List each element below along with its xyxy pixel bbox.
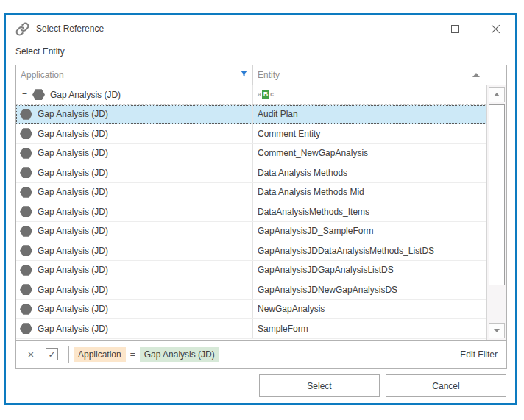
sort-ascending-icon xyxy=(472,73,480,77)
table-row[interactable]: Gap Analysis (JD) GapAnalysisJD_SampleFo… xyxy=(16,222,486,242)
auto-filter-application-value: Gap Analysis (JD) xyxy=(50,90,121,100)
scrollbar-down-button[interactable] xyxy=(489,323,505,338)
select-button[interactable]: Select xyxy=(259,374,380,397)
entity-cell[interactable]: GapAnalysisJDNewGapAnalysisDS xyxy=(253,280,486,299)
table-row[interactable]: Gap Analysis (JD) Comment Entity xyxy=(16,124,486,144)
entity-cell[interactable]: DataAnalysisMethods_Items xyxy=(253,202,486,221)
auto-filter-row[interactable]: = Gap Analysis (JD) a B c xyxy=(16,85,486,105)
application-value: Gap Analysis (JD) xyxy=(38,187,108,197)
entity-cell[interactable]: Comment Entity xyxy=(253,124,486,143)
entity-cell[interactable]: GapAnalysisJD_SampleForm xyxy=(253,222,486,241)
table-row[interactable]: Gap Analysis (JD) Audit Plan xyxy=(16,105,486,125)
application-cell[interactable]: Gap Analysis (JD) xyxy=(16,183,253,202)
vertical-scrollbar[interactable] xyxy=(486,85,506,340)
entity-value: GapAnalysisJDDataAnalysisMethods_ListDS xyxy=(258,246,434,256)
filter-bracket-right xyxy=(221,346,224,363)
entity-cell[interactable]: GapAnalysisJDDataAnalysisMethods_ListDS xyxy=(253,241,486,260)
application-value: Gap Analysis (JD) xyxy=(38,226,108,236)
application-hexagon-icon xyxy=(32,89,45,100)
filter-enabled-checkbox[interactable]: ✓ xyxy=(46,348,58,360)
application-cell[interactable]: Gap Analysis (JD) xyxy=(16,280,253,299)
application-cell[interactable]: Gap Analysis (JD) xyxy=(16,124,253,143)
close-button[interactable] xyxy=(489,22,502,35)
filter-value-chip[interactable]: Gap Analysis (JD) xyxy=(140,347,219,362)
application-hexagon-icon xyxy=(20,109,32,120)
application-hexagon-icon xyxy=(20,284,32,295)
application-hexagon-icon xyxy=(20,206,32,217)
remove-filter-button[interactable]: × xyxy=(25,348,37,360)
table-row[interactable]: Gap Analysis (JD) Data Analysis Methods xyxy=(16,163,486,183)
entity-grid: Application Entity = Gap Analysis (JD) xyxy=(15,65,507,369)
application-cell[interactable]: Gap Analysis (JD) xyxy=(16,261,253,280)
application-cell[interactable]: Gap Analysis (JD) xyxy=(16,144,253,163)
entity-value: GapAnalysisJD_SampleForm xyxy=(258,226,373,236)
application-value: Gap Analysis (JD) xyxy=(38,304,108,314)
table-row[interactable]: Gap Analysis (JD) Data Analysis Methods … xyxy=(16,183,486,203)
maximize-button[interactable] xyxy=(448,22,461,35)
entity-value: Audit Plan xyxy=(258,109,298,119)
application-hexagon-icon xyxy=(20,148,32,159)
table-row[interactable]: Gap Analysis (JD) SampleForm xyxy=(16,319,486,339)
application-value: Gap Analysis (JD) xyxy=(38,324,108,334)
application-hexagon-icon xyxy=(20,304,32,315)
application-hexagon-icon xyxy=(20,323,32,334)
edit-filter-link[interactable]: Edit Filter xyxy=(460,349,498,360)
application-hexagon-icon xyxy=(20,265,32,276)
column-header-entity[interactable]: Entity xyxy=(253,65,486,85)
application-cell[interactable]: Gap Analysis (JD) xyxy=(16,222,253,241)
table-row[interactable]: Gap Analysis (JD) GapAnalysisJDNewGapAna… xyxy=(16,280,486,300)
entity-cell[interactable]: Data Analysis Methods xyxy=(253,163,486,182)
select-entity-label: Select Entity xyxy=(15,46,515,57)
filter-field-chip[interactable]: Application xyxy=(74,347,126,362)
scrollbar-up-button[interactable] xyxy=(489,87,505,102)
entity-cell[interactable]: Data Analysis Methods Mid xyxy=(253,183,486,202)
window-title: Select Reference xyxy=(36,24,104,34)
application-hexagon-icon xyxy=(20,167,32,178)
filter-funnel-icon[interactable] xyxy=(240,70,248,80)
abc-match-icon: a B c xyxy=(258,90,274,99)
filter-operator[interactable]: = xyxy=(130,349,135,360)
table-row[interactable]: Gap Analysis (JD) GapAnalysisJDGapAnalys… xyxy=(16,261,486,281)
application-hexagon-icon xyxy=(20,245,32,256)
entity-cell[interactable]: GapAnalysisJDGapAnalysisListDS xyxy=(253,261,486,280)
cancel-button[interactable]: Cancel xyxy=(386,374,506,397)
application-value: Gap Analysis (JD) xyxy=(38,109,108,119)
table-row[interactable]: Gap Analysis (JD) NewGapAnalysis xyxy=(16,300,486,320)
application-value: Gap Analysis (JD) xyxy=(38,265,108,275)
filter-panel: × ✓ Application = Gap Analysis (JD) Edit… xyxy=(16,340,506,368)
equals-operator-icon: = xyxy=(22,90,27,100)
application-cell[interactable]: Gap Analysis (JD) xyxy=(16,163,253,182)
entity-value: SampleForm xyxy=(258,324,308,334)
entity-cell[interactable]: SampleForm xyxy=(253,319,486,338)
scroll-up-icon xyxy=(494,93,500,96)
application-value: Gap Analysis (JD) xyxy=(38,148,108,158)
column-header-application[interactable]: Application xyxy=(16,65,253,85)
select-reference-dialog: Select Reference Select Entity Applicati… xyxy=(4,13,517,405)
maximize-icon xyxy=(451,25,459,33)
application-cell[interactable]: Gap Analysis (JD) xyxy=(16,300,253,319)
auto-filter-application-cell[interactable]: = Gap Analysis (JD) xyxy=(16,85,253,104)
application-cell[interactable]: Gap Analysis (JD) xyxy=(16,202,253,221)
entity-value: Comment_NewGapAnalysis xyxy=(258,148,368,158)
entity-value: DataAnalysisMethods_Items xyxy=(258,207,369,217)
auto-filter-entity-cell[interactable]: a B c xyxy=(253,85,486,104)
entity-cell[interactable]: NewGapAnalysis xyxy=(253,300,486,319)
entity-value: Data Analysis Methods Mid xyxy=(258,187,364,197)
application-value: Gap Analysis (JD) xyxy=(38,246,108,256)
table-row[interactable]: Gap Analysis (JD) Comment_NewGapAnalysis xyxy=(16,144,486,164)
table-row[interactable]: Gap Analysis (JD) GapAnalysisJDDataAnaly… xyxy=(16,241,486,261)
column-header-application-label: Application xyxy=(21,70,64,80)
link-icon xyxy=(15,22,29,36)
entity-cell[interactable]: Audit Plan xyxy=(253,105,486,124)
column-header-entity-label: Entity xyxy=(258,70,280,80)
table-row[interactable]: Gap Analysis (JD) DataAnalysisMethods_It… xyxy=(16,202,486,222)
minimize-button[interactable] xyxy=(408,22,421,35)
entity-cell[interactable]: Comment_NewGapAnalysis xyxy=(253,144,486,163)
application-value: Gap Analysis (JD) xyxy=(38,207,108,217)
grid-rows: = Gap Analysis (JD) a B c xyxy=(16,85,486,340)
application-cell[interactable]: Gap Analysis (JD) xyxy=(16,241,253,260)
application-cell[interactable]: Gap Analysis (JD) xyxy=(16,105,253,124)
title-bar: Select Reference xyxy=(6,15,515,43)
application-cell[interactable]: Gap Analysis (JD) xyxy=(16,319,253,338)
scrollbar-thumb[interactable] xyxy=(489,104,505,285)
